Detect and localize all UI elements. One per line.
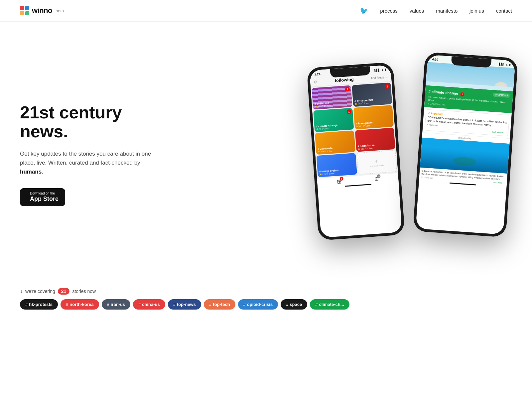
logo-beta: beta <box>56 8 64 13</box>
hero-subtitle: Get key updates to the stories you care … <box>20 149 160 177</box>
tab-grid-icon[interactable]: ⊞ 6 <box>337 178 341 185</box>
nav-manifesto[interactable]: manifesto <box>436 8 458 14</box>
stories-count-badge: 21 <box>58 288 70 295</box>
tag-iran-us[interactable]: # iran-us <box>102 299 131 310</box>
phones-area: 1:24 ▌▌▌ ▲ ▮ ⚙ following find feeds → <box>279 55 512 254</box>
island-image <box>420 138 510 174</box>
tag-north-korea[interactable]: # north-korea <box>61 299 99 310</box>
feed-item-2020[interactable]: 3 # 2020-race 🔔 265 ⏱ 14 mins <box>312 85 352 110</box>
down-arrow-icon: ↓ <box>20 288 23 294</box>
tags-row: # hk-protests # north-korea # iran-us # … <box>0 299 532 316</box>
hero-text: 21st century news. Get key updates to th… <box>20 103 160 206</box>
feed-item-immigration[interactable]: # immigration 🔔 121 ⏱ 1 day <box>353 105 394 129</box>
nav-values[interactable]: values <box>410 8 424 14</box>
app-store-button[interactable]: Download on the App Store <box>20 188 65 206</box>
hero-title: 21st century news. <box>20 103 160 141</box>
feed-item-trump[interactable]: # trump-probes 🔔 213 ⏱ 2 days <box>317 153 357 177</box>
main-nav: 🐦 process values manifesto join us conta… <box>360 7 512 15</box>
tag-hk-protests[interactable]: # hk-protests <box>20 299 58 310</box>
app-store-line1: Download on the <box>30 192 59 196</box>
tag-china-us[interactable]: # china-us <box>133 299 165 310</box>
app-store-line2: App Store <box>30 196 59 203</box>
important-card: ⚠ important CO2 in Earth's atmosphere ha… <box>425 109 510 136</box>
feed-item-north-korea[interactable]: # north-korea 🔔 135 ⏱ 2 days <box>355 128 395 152</box>
hero-section: 21st century news. Get key updates to th… <box>0 22 532 281</box>
tag-opioid-crisis[interactable]: # opioid-crisis <box>238 299 278 310</box>
feed-item-add[interactable]: + add more feeds <box>356 150 397 175</box>
feed-item-venezuela[interactable]: # venezuela 🔔 128 ⏱ 1 day <box>315 130 355 155</box>
phone-climate: 4:30 ▌▌▌ ▲ ▮ <box>413 52 518 237</box>
header: winno beta 🐦 process values manifesto jo… <box>0 0 532 22</box>
phone-following: 1:24 ▌▌▌ ▲ ▮ ⚙ following find feeds → <box>307 62 405 241</box>
twitter-icon[interactable]: 🐦 <box>360 7 368 15</box>
logo-icon <box>20 6 29 15</box>
nav-process[interactable]: process <box>380 8 398 14</box>
feed-grid: 3 # 2020-race 🔔 265 ⏱ 14 mins 2 # syria-… <box>311 81 398 178</box>
feed-item-climate[interactable]: 1 # climate-change 🔔 98 ⏱ 2 hrs <box>313 108 354 132</box>
covering-bar: ↓ we're covering 21 stories now <box>0 281 532 299</box>
nav-join-us[interactable]: join us <box>469 8 484 14</box>
tag-space[interactable]: # space <box>281 299 307 310</box>
feed-item-syria[interactable]: 2 # syria-conflict 🔔 101 ⏱ 2 hrs <box>352 82 392 107</box>
nav-contact[interactable]: contact <box>496 8 512 14</box>
tag-climate-change[interactable]: # climate-ch... <box>310 299 349 310</box>
options-button[interactable]: ⚙ OPTIONS <box>493 92 510 97</box>
logo-area: winno beta <box>20 6 64 15</box>
tag-top-news[interactable]: # top-news <box>168 299 201 310</box>
logo-text: winno <box>32 6 52 15</box>
tag-top-tech[interactable]: # top-tech <box>204 299 235 310</box>
tab-profile-icon[interactable]: ⊙ 10 <box>374 176 379 182</box>
